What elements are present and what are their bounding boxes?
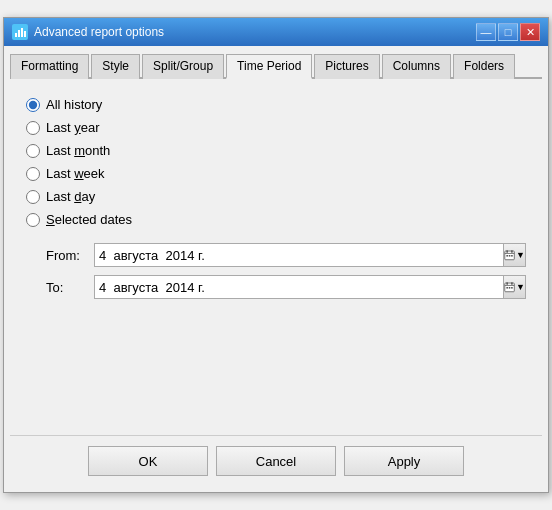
- tab-formatting[interactable]: Formatting: [10, 54, 89, 79]
- radio-selected-dates-label: Selected dates: [46, 212, 132, 227]
- radio-last-month-label: Last month: [46, 143, 110, 158]
- from-date-picker-button[interactable]: ▼: [503, 244, 525, 266]
- to-date-input[interactable]: [95, 280, 503, 295]
- app-icon: [12, 24, 28, 40]
- tab-pictures[interactable]: Pictures: [314, 54, 379, 79]
- radio-last-week-input[interactable]: [26, 167, 40, 181]
- svg-rect-13: [511, 282, 513, 284]
- radio-last-month-input[interactable]: [26, 144, 40, 158]
- from-date-input[interactable]: [95, 248, 503, 263]
- from-date-field[interactable]: ▼: [94, 243, 526, 267]
- title-bar-left: Advanced report options: [12, 24, 164, 40]
- apply-button[interactable]: Apply: [344, 446, 464, 476]
- radio-last-year-label: Last year: [46, 120, 99, 135]
- radio-last-week[interactable]: Last week: [26, 166, 526, 181]
- radio-last-month[interactable]: Last month: [26, 143, 526, 158]
- svg-rect-0: [15, 33, 17, 37]
- time-period-options: All history Last year Last month Last we…: [26, 97, 526, 227]
- radio-selected-dates-input[interactable]: [26, 213, 40, 227]
- ok-button[interactable]: OK: [88, 446, 208, 476]
- maximize-button[interactable]: □: [498, 23, 518, 41]
- minimize-button[interactable]: —: [476, 23, 496, 41]
- svg-rect-10: [511, 255, 513, 257]
- svg-rect-8: [506, 255, 508, 257]
- tab-split-group[interactable]: Split/Group: [142, 54, 224, 79]
- from-label: From:: [46, 248, 86, 263]
- radio-last-week-label: Last week: [46, 166, 105, 181]
- date-section: From:: [46, 243, 526, 299]
- window-title: Advanced report options: [34, 25, 164, 39]
- to-label: To:: [46, 280, 86, 295]
- svg-rect-17: [511, 287, 513, 289]
- radio-all-history-input[interactable]: [26, 98, 40, 112]
- to-date-picker-button[interactable]: ▼: [503, 276, 525, 298]
- to-date-row: To:: [46, 275, 526, 299]
- radio-last-day[interactable]: Last day: [26, 189, 526, 204]
- radio-last-year-input[interactable]: [26, 121, 40, 135]
- window-body: Formatting Style Split/Group Time Period…: [4, 46, 548, 492]
- title-buttons: — □ ✕: [476, 23, 540, 41]
- svg-rect-1: [18, 30, 20, 37]
- radio-selected-dates[interactable]: Selected dates: [26, 212, 526, 227]
- svg-rect-16: [509, 287, 511, 289]
- svg-rect-2: [21, 28, 23, 37]
- cancel-button[interactable]: Cancel: [216, 446, 336, 476]
- content-area: All history Last year Last month Last we…: [10, 87, 542, 427]
- radio-all-history-label: All history: [46, 97, 102, 112]
- tab-time-period[interactable]: Time Period: [226, 54, 312, 79]
- close-button[interactable]: ✕: [520, 23, 540, 41]
- svg-rect-15: [506, 287, 508, 289]
- tab-folders[interactable]: Folders: [453, 54, 515, 79]
- tab-columns[interactable]: Columns: [382, 54, 451, 79]
- spacer: [26, 307, 526, 367]
- main-window: Advanced report options — □ ✕ Formatting…: [3, 17, 549, 493]
- radio-last-day-input[interactable]: [26, 190, 40, 204]
- svg-rect-6: [511, 250, 513, 252]
- from-date-row: From:: [46, 243, 526, 267]
- svg-rect-12: [506, 282, 508, 284]
- radio-last-year[interactable]: Last year: [26, 120, 526, 135]
- svg-rect-9: [509, 255, 511, 257]
- svg-rect-3: [24, 31, 26, 37]
- bottom-bar: OK Cancel Apply: [10, 435, 542, 486]
- to-date-field[interactable]: ▼: [94, 275, 526, 299]
- radio-last-day-label: Last day: [46, 189, 95, 204]
- radio-all-history[interactable]: All history: [26, 97, 526, 112]
- svg-rect-5: [506, 250, 508, 252]
- tab-bar: Formatting Style Split/Group Time Period…: [10, 52, 542, 79]
- title-bar: Advanced report options — □ ✕: [4, 18, 548, 46]
- tab-style[interactable]: Style: [91, 54, 140, 79]
